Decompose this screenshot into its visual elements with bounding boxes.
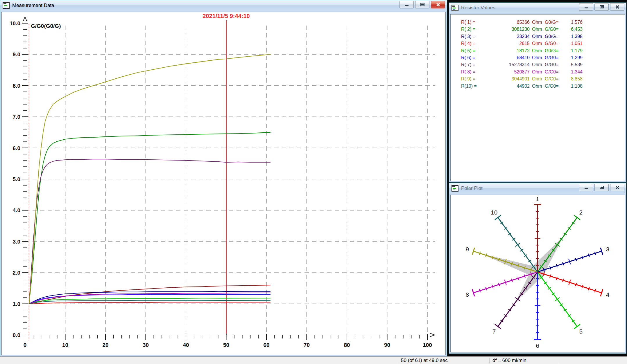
measurement-titlebar[interactable]: Measurement Data [0, 0, 447, 11]
resistance-unit: Ohm [532, 55, 542, 62]
maximize-icon [599, 5, 604, 9]
ratio-value: 6.453 [566, 26, 583, 33]
status-progress: 50 (of 61) at 49.0 sec [401, 357, 448, 364]
resistor-label: R( 8) = [461, 69, 481, 76]
svg-text:7.0: 7.0 [13, 114, 20, 120]
svg-text:50: 50 [223, 342, 229, 348]
svg-text:G/G0(G0/G): G/G0(G0/G) [31, 23, 61, 29]
line-chart: 0.01.02.03.04.05.06.07.08.09.010.0010203… [2, 12, 445, 355]
ratio-label: G/G0= [545, 55, 563, 62]
svg-text:90: 90 [384, 342, 390, 348]
ratio-label: G/G0= [545, 69, 563, 76]
resistance-value: 44902 [484, 83, 530, 90]
resistance-value: 2615 [484, 40, 530, 47]
app-icon [452, 5, 458, 11]
polar-axis-label: 9 [466, 246, 469, 253]
svg-text:3.0: 3.0 [13, 239, 20, 245]
minimize-button[interactable] [579, 3, 593, 11]
polar-axis-label: 10 [491, 209, 497, 216]
resistor-values-list: R( 1) =65366OhmG0/G=1.576R( 2) =3081230O… [450, 14, 625, 181]
maximize-button[interactable] [594, 184, 609, 191]
svg-text:2.0: 2.0 [13, 270, 20, 276]
ratio-value: 1.108 [566, 83, 583, 90]
svg-text:6.0: 6.0 [13, 145, 20, 151]
svg-text:60: 60 [263, 342, 269, 348]
polar-titlebar[interactable]: Polar Plot [449, 183, 626, 194]
resistor-label: R( 7) = [461, 62, 481, 69]
svg-text:9.0: 9.0 [13, 51, 20, 57]
resistor-label: R( 6) = [461, 55, 481, 62]
ratio-label: G/G0= [545, 76, 563, 83]
maximize-button[interactable] [415, 1, 429, 8]
resistor-values-window: Resistor Values R( 1) =65366OhmG0/G=1.57… [449, 2, 626, 183]
resistance-unit: Ohm [532, 33, 542, 40]
svg-text:8.0: 8.0 [13, 83, 20, 89]
resistor-row: R( 3) =23234OhmG0/G=1.398 [461, 33, 625, 40]
polar-axis-label: 2 [579, 209, 583, 216]
polar-plot-window: Polar Plot 12345678910 [449, 183, 626, 354]
svg-text:5.0: 5.0 [13, 176, 20, 182]
svg-text:4.0: 4.0 [13, 207, 20, 213]
resistor-row: R( 1) =65366OhmG0/G=1.576 [461, 19, 625, 26]
resistance-value: 23234 [484, 33, 530, 40]
svg-text:20: 20 [102, 342, 108, 348]
status-separator [489, 358, 490, 363]
maximize-button[interactable] [594, 3, 609, 11]
minimize-button[interactable] [400, 1, 414, 8]
polar-chart: 12345678910 [451, 195, 625, 352]
status-bar: 50 (of 61) at 49.0 sec df = 600 ml/min [0, 356, 627, 364]
close-button[interactable] [610, 3, 624, 11]
polar-axis-label: 1 [536, 196, 539, 202]
resistor-label: R( 1) = [461, 19, 481, 26]
svg-text:0.0: 0.0 [13, 332, 20, 338]
svg-text:40: 40 [183, 342, 189, 348]
resistance-value: 3081230 [484, 26, 530, 33]
svg-text:70: 70 [304, 342, 310, 348]
minimize-button[interactable] [579, 184, 593, 191]
resistor-label: R( 2) = [461, 26, 481, 33]
polar-axis-label: 3 [606, 246, 610, 253]
resistor-titlebar[interactable]: Resistor Values [449, 3, 626, 13]
close-icon [436, 3, 440, 7]
ratio-label: G/G0= [545, 83, 563, 90]
close-button[interactable] [431, 1, 445, 8]
maximize-icon [599, 185, 604, 190]
status-separator [398, 358, 398, 363]
status-separator [559, 358, 559, 363]
polar-axis-label: 8 [466, 291, 469, 298]
resistance-value: 3044901 [484, 76, 530, 83]
resistor-row: R( 5) =18172OhmG0/G=1.179 [461, 48, 625, 55]
ratio-label: G0/G= [545, 19, 563, 26]
polar-axis-label: 7 [492, 328, 496, 335]
ratio-label: G/G0= [545, 26, 563, 33]
polar-axis-label: 5 [579, 328, 583, 335]
resistance-value: 65366 [484, 19, 530, 26]
svg-text:0: 0 [24, 342, 27, 348]
ratio-value: 5.539 [566, 62, 583, 69]
ratio-label: G0/G= [545, 33, 563, 40]
resistance-value: 15278314 [484, 62, 530, 69]
ratio-value: 1.576 [566, 19, 583, 26]
ratio-value: 1.299 [566, 55, 583, 62]
maximize-icon [420, 3, 425, 7]
resistance-unit: Ohm [532, 26, 542, 33]
resistance-unit: Ohm [532, 62, 542, 69]
svg-text:10.0: 10.0 [10, 20, 20, 26]
ratio-value: 1.051 [566, 40, 583, 47]
resistance-value: 18172 [484, 48, 530, 55]
resistance-value: 68410 [484, 55, 530, 62]
resistor-row: R(10) =44902OhmG/G0=1.108 [461, 83, 625, 90]
resistance-unit: Ohm [532, 19, 542, 26]
resistor-label: R( 3) = [461, 33, 481, 40]
resistor-row: R( 4) =2615OhmG/G0=1.051 [461, 40, 625, 47]
resistance-unit: Ohm [532, 40, 542, 47]
window-title: Measurement Data [12, 3, 54, 8]
polar-axis-label: 6 [536, 342, 539, 349]
resistance-unit: Ohm [532, 83, 542, 90]
resistance-unit: Ohm [532, 76, 542, 83]
desktop: Measurement Data 0.01.02.03.04.05.06.07.… [0, 0, 627, 364]
polar-plot-area: 12345678910 [450, 195, 625, 352]
measurement-chart-area: 0.01.02.03.04.05.06.07.08.09.010.0010203… [1, 12, 446, 355]
close-button[interactable] [610, 184, 624, 191]
close-icon [615, 5, 620, 9]
